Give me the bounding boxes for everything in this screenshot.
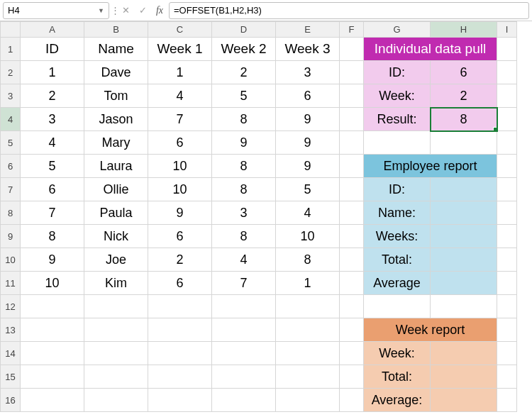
cell-D15[interactable] bbox=[212, 365, 276, 389]
cell-D12[interactable] bbox=[212, 295, 276, 318]
cell-C2[interactable]: 1 bbox=[148, 61, 212, 84]
cell-D14[interactable] bbox=[212, 342, 276, 365]
cell-A1[interactable]: ID bbox=[21, 38, 84, 61]
cell-A14[interactable] bbox=[21, 342, 84, 365]
week-total-label[interactable]: Total: bbox=[364, 365, 431, 389]
week-average-label[interactable]: Average: bbox=[364, 389, 431, 412]
cell-E15[interactable] bbox=[276, 365, 340, 389]
cell-F11[interactable] bbox=[340, 272, 364, 295]
cell-E11[interactable]: 1 bbox=[276, 272, 340, 295]
cell-D6[interactable]: 8 bbox=[212, 155, 276, 178]
cell-B10[interactable]: Joe bbox=[84, 248, 148, 272]
individual-week-value[interactable]: 2 bbox=[431, 84, 497, 108]
cell-I4[interactable] bbox=[497, 108, 517, 131]
row-header-2[interactable]: 2 bbox=[1, 61, 21, 84]
cell-I12[interactable] bbox=[497, 295, 517, 318]
individual-result-value[interactable]: 8 bbox=[431, 108, 497, 131]
cell-B4[interactable]: Jason bbox=[84, 108, 148, 131]
row-header-16[interactable]: 16 bbox=[1, 389, 21, 412]
cell-F5[interactable] bbox=[340, 131, 364, 155]
col-header-A[interactable]: A bbox=[21, 22, 84, 38]
cell-C10[interactable]: 2 bbox=[148, 248, 212, 272]
cell-C7[interactable]: 10 bbox=[148, 178, 212, 201]
cell-H12[interactable] bbox=[431, 295, 497, 318]
cell-B6[interactable]: Laura bbox=[84, 155, 148, 178]
col-header-D[interactable]: D bbox=[212, 22, 276, 38]
cell-A3[interactable]: 2 bbox=[21, 84, 84, 108]
cell-I11[interactable] bbox=[497, 272, 517, 295]
cell-B1[interactable]: Name bbox=[84, 38, 148, 61]
cell-D5[interactable]: 9 bbox=[212, 131, 276, 155]
cell-E7[interactable]: 5 bbox=[276, 178, 340, 201]
cell-C9[interactable]: 6 bbox=[148, 225, 212, 248]
row-header-9[interactable]: 9 bbox=[1, 225, 21, 248]
row-header-7[interactable]: 7 bbox=[1, 178, 21, 201]
cell-B2[interactable]: Dave bbox=[84, 61, 148, 84]
cell-D2[interactable]: 2 bbox=[212, 61, 276, 84]
chevron-down-icon[interactable]: ▼ bbox=[98, 7, 104, 14]
cell-A10[interactable]: 9 bbox=[21, 248, 84, 272]
col-header-E[interactable]: E bbox=[276, 22, 340, 38]
row-header-3[interactable]: 3 bbox=[1, 84, 21, 108]
employee-id-value[interactable] bbox=[431, 178, 497, 201]
cell-I1[interactable] bbox=[497, 38, 517, 61]
cell-F16[interactable] bbox=[340, 389, 364, 412]
cell-E6[interactable]: 9 bbox=[276, 155, 340, 178]
cell-C11[interactable]: 6 bbox=[148, 272, 212, 295]
cell-C5[interactable]: 6 bbox=[148, 131, 212, 155]
cell-C6[interactable]: 10 bbox=[148, 155, 212, 178]
cell-A16[interactable] bbox=[21, 389, 84, 412]
cell-F8[interactable] bbox=[340, 201, 364, 225]
cell-B16[interactable] bbox=[84, 389, 148, 412]
select-all-corner[interactable] bbox=[1, 22, 21, 38]
cell-D8[interactable]: 3 bbox=[212, 201, 276, 225]
col-header-B[interactable]: B bbox=[84, 22, 148, 38]
cell-I10[interactable] bbox=[497, 248, 517, 272]
cell-C12[interactable] bbox=[148, 295, 212, 318]
cell-D16[interactable] bbox=[212, 389, 276, 412]
row-header-5[interactable]: 5 bbox=[1, 131, 21, 155]
cell-F14[interactable] bbox=[340, 342, 364, 365]
cell-F10[interactable] bbox=[340, 248, 364, 272]
cell-I6[interactable] bbox=[497, 155, 517, 178]
accept-icon[interactable]: ✓ bbox=[135, 3, 150, 18]
row-header-13[interactable]: 13 bbox=[1, 318, 21, 342]
formula-input[interactable]: =OFFSET(B1,H2,H3) bbox=[169, 2, 529, 19]
cell-E5[interactable]: 9 bbox=[276, 131, 340, 155]
cell-C1[interactable]: Week 1 bbox=[148, 38, 212, 61]
employee-name-value[interactable] bbox=[431, 201, 497, 225]
cell-A4[interactable]: 3 bbox=[21, 108, 84, 131]
col-header-F[interactable]: F bbox=[340, 22, 364, 38]
cell-E1[interactable]: Week 3 bbox=[276, 38, 340, 61]
cell-E12[interactable] bbox=[276, 295, 340, 318]
row-header-6[interactable]: 6 bbox=[1, 155, 21, 178]
cell-D1[interactable]: Week 2 bbox=[212, 38, 276, 61]
name-box[interactable]: H4 ▼ bbox=[3, 2, 109, 19]
employee-id-label[interactable]: ID: bbox=[364, 178, 431, 201]
cell-A5[interactable]: 4 bbox=[21, 131, 84, 155]
row-header-4[interactable]: 4 bbox=[1, 108, 21, 131]
cell-B12[interactable] bbox=[84, 295, 148, 318]
employee-average-label[interactable]: Average bbox=[364, 272, 431, 295]
employee-weeks-label[interactable]: Weeks: bbox=[364, 225, 431, 248]
cell-A6[interactable]: 5 bbox=[21, 155, 84, 178]
row-header-14[interactable]: 14 bbox=[1, 342, 21, 365]
row-header-12[interactable]: 12 bbox=[1, 295, 21, 318]
cancel-icon[interactable]: ✕ bbox=[118, 3, 133, 18]
cell-A13[interactable] bbox=[21, 318, 84, 342]
employee-total-value[interactable] bbox=[431, 248, 497, 272]
row-header-8[interactable]: 8 bbox=[1, 201, 21, 225]
cell-F4[interactable] bbox=[340, 108, 364, 131]
cell-C3[interactable]: 4 bbox=[148, 84, 212, 108]
cell-A15[interactable] bbox=[21, 365, 84, 389]
cell-B7[interactable]: Ollie bbox=[84, 178, 148, 201]
cell-D9[interactable]: 8 bbox=[212, 225, 276, 248]
cell-I14[interactable] bbox=[497, 342, 517, 365]
individual-title[interactable]: Individual data pull bbox=[364, 38, 497, 61]
row-header-11[interactable]: 11 bbox=[1, 272, 21, 295]
cell-E2[interactable]: 3 bbox=[276, 61, 340, 84]
cell-B8[interactable]: Paula bbox=[84, 201, 148, 225]
employee-name-label[interactable]: Name: bbox=[364, 201, 431, 225]
week-title[interactable]: Week report bbox=[364, 318, 497, 342]
cell-E8[interactable]: 4 bbox=[276, 201, 340, 225]
